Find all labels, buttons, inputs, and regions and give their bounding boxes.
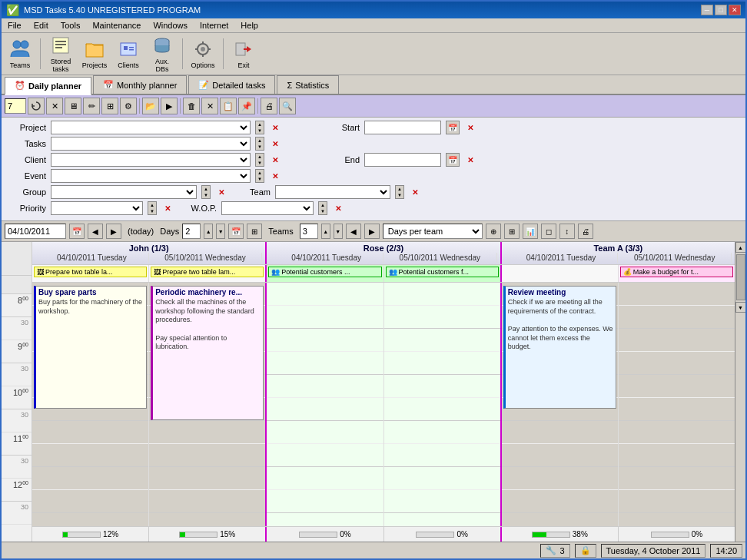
scroll-thumb[interactable] xyxy=(736,254,745,300)
end-input[interactable] xyxy=(364,153,441,167)
start-input[interactable] xyxy=(364,121,441,134)
rose-task-chip-1[interactable]: 👥 Potential customers ... xyxy=(268,267,381,277)
tasks-select[interactable] xyxy=(51,137,251,151)
clients-button[interactable]: Clients xyxy=(113,35,144,72)
tasks-clear[interactable]: ✕ xyxy=(269,138,281,150)
days-spin-down[interactable]: ▼ xyxy=(216,224,225,239)
john-top-tasks-1: 🖼 Prepare two table la... xyxy=(32,265,149,282)
menu-internet[interactable]: Internet xyxy=(197,20,231,31)
client-select[interactable] xyxy=(51,153,251,167)
project-select[interactable] xyxy=(51,121,251,134)
end-clear[interactable]: ✕ xyxy=(464,154,476,166)
team-a-task-chip-2[interactable]: 💰 Make a budget for t... xyxy=(620,267,733,277)
event-buy-spare-parts[interactable]: Buy spare parts Buy parts for the machin… xyxy=(34,286,147,409)
teams-button[interactable]: Teams xyxy=(5,35,35,72)
options-button[interactable]: Options xyxy=(188,35,218,72)
days-input[interactable] xyxy=(182,224,201,239)
group-select[interactable] xyxy=(51,185,197,199)
calendar-view-btn[interactable]: 📅 xyxy=(228,224,244,239)
wop-select[interactable] xyxy=(221,201,314,215)
event-select[interactable] xyxy=(51,169,251,183)
tab-detailed-tasks[interactable]: 📝 Detailed tasks xyxy=(188,75,275,94)
close-button[interactable]: ✕ xyxy=(729,5,741,15)
start-cal-btn[interactable]: 📅 xyxy=(446,121,460,134)
date-input[interactable] xyxy=(5,224,66,239)
priority-select[interactable] xyxy=(51,201,143,215)
teams-nav-next[interactable]: ▶ xyxy=(364,224,380,239)
date-cal-btn[interactable]: 📅 xyxy=(69,224,85,239)
team-select[interactable] xyxy=(275,185,390,199)
scroll-up-btn[interactable]: ▲ xyxy=(735,242,746,253)
projects-button[interactable]: Projects xyxy=(79,35,110,72)
menu-edit[interactable]: Edit xyxy=(31,20,51,31)
event-periodic-machinery[interactable]: Periodic machinery re... Check all the m… xyxy=(151,286,264,420)
event-spin[interactable]: ▲▼ xyxy=(255,169,264,183)
time-12-label: 1200 xyxy=(2,479,32,502)
priority-spin[interactable]: ▲▼ xyxy=(148,201,157,215)
start-clear[interactable]: ✕ xyxy=(464,121,476,134)
tab-daily-planner[interactable]: ⏰ Daily planner xyxy=(5,77,91,95)
team-clear[interactable]: ✕ xyxy=(409,186,421,198)
view-extra-1[interactable]: ⊕ xyxy=(486,224,501,239)
exit-button[interactable]: Exit xyxy=(228,35,259,72)
qt-btn-search[interactable]: 🔍 xyxy=(279,98,296,114)
quick-number-input[interactable] xyxy=(5,98,26,114)
menu-file[interactable]: File xyxy=(5,20,25,31)
days-spin-up[interactable]: ▲ xyxy=(204,224,213,239)
teams-spin-up[interactable]: ▲ xyxy=(321,224,330,239)
client-clear[interactable]: ✕ xyxy=(269,154,281,166)
view-extra-5[interactable]: ↕ xyxy=(559,224,575,239)
qt-btn-delete[interactable]: 🗑 xyxy=(183,98,200,114)
tab-statistics[interactable]: Σ Statistics xyxy=(277,75,339,94)
print-planner-btn[interactable]: 🖨 xyxy=(578,224,593,239)
qt-btn-folder[interactable]: 📂 xyxy=(142,98,159,114)
maximize-button[interactable]: □ xyxy=(715,5,727,15)
qt-btn-monitor[interactable]: 🖥 xyxy=(65,98,81,114)
nav-next-btn[interactable]: ▶ xyxy=(106,224,121,239)
view-extra-4[interactable]: ◻ xyxy=(541,224,556,239)
team-spin[interactable]: ▲▼ xyxy=(395,185,404,199)
priority-clear[interactable]: ✕ xyxy=(161,202,174,214)
end-cal-btn[interactable]: 📅 xyxy=(446,153,460,167)
teams-nav-prev[interactable]: ◀ xyxy=(346,224,361,239)
grid-view-btn[interactable]: ⊞ xyxy=(247,224,262,239)
qt-btn-copy[interactable]: 📋 xyxy=(220,98,237,114)
menu-tools[interactable]: Tools xyxy=(58,20,84,31)
event-clear[interactable]: ✕ xyxy=(269,170,281,182)
qt-btn-settings[interactable]: ⚙ xyxy=(120,98,137,114)
john-task-chip-1[interactable]: 🖼 Prepare two table la... xyxy=(34,267,147,277)
qt-btn-print[interactable]: 🖨 xyxy=(261,98,277,114)
view-extra-3[interactable]: 📊 xyxy=(523,224,538,239)
menu-maintenance[interactable]: Maintenance xyxy=(89,20,144,31)
stored-tasks-button[interactable]: Stored tasks xyxy=(45,35,76,72)
view-mode-select[interactable]: Days per team Days per person Week view xyxy=(383,224,483,239)
aux-dbs-button[interactable]: Aux. DBs xyxy=(147,35,178,72)
menu-help[interactable]: Help xyxy=(237,20,261,31)
qt-btn-arrow-r[interactable]: ▶ xyxy=(161,98,178,114)
event-review-meeting[interactable]: Review meeting Check if we are meeting a… xyxy=(503,286,616,409)
nav-prev-btn[interactable]: ◀ xyxy=(88,224,103,239)
client-spin[interactable]: ▲▼ xyxy=(255,153,264,167)
view-extra-2[interactable]: ⊞ xyxy=(504,224,520,239)
project-spin[interactable]: ▲▼ xyxy=(255,121,264,134)
group-spin[interactable]: ▲▼ xyxy=(201,185,211,199)
qt-btn-grid[interactable]: ⊞ xyxy=(101,98,118,114)
qt-btn-close[interactable]: ✕ xyxy=(46,98,63,114)
qt-btn-refresh[interactable] xyxy=(28,98,45,114)
rose-task-chip-2[interactable]: 👥 Potential customers f... xyxy=(386,267,499,277)
qt-btn-edit[interactable]: ✏ xyxy=(83,98,100,114)
project-clear[interactable]: ✕ xyxy=(269,121,281,134)
qt-btn-x[interactable]: ✕ xyxy=(201,98,218,114)
menu-windows[interactable]: Windows xyxy=(150,20,191,31)
wop-spin[interactable]: ▲▼ xyxy=(318,201,327,215)
teams-count-input[interactable] xyxy=(300,224,318,239)
teams-spin-down[interactable]: ▼ xyxy=(334,224,343,239)
john-task-chip-2[interactable]: 🖼 Prepare two table lam... xyxy=(151,267,264,277)
minimize-button[interactable]: ─ xyxy=(701,5,713,15)
group-clear[interactable]: ✕ xyxy=(215,186,227,198)
tasks-spin[interactable]: ▲▼ xyxy=(255,137,264,151)
tab-monthly-planner[interactable]: 📅 Monthly planner xyxy=(93,75,187,94)
wop-clear[interactable]: ✕ xyxy=(332,202,344,214)
scroll-down-btn[interactable]: ▼ xyxy=(735,302,746,313)
qt-btn-paste[interactable]: 📌 xyxy=(238,98,255,114)
